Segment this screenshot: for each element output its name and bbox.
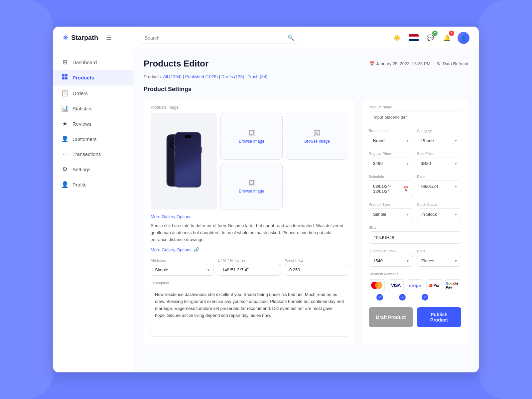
description-textarea[interactable]: Now residence dashwoods she excellent yo… [151, 287, 348, 337]
filter-drafts[interactable]: Drafts (125) [221, 74, 244, 79]
stock-status-select[interactable]: In Stock ▾ [417, 208, 461, 220]
more-gallery-link-1[interactable]: More Gallery Options [151, 214, 348, 219]
date-select[interactable]: 08/01/24 ▾ [417, 181, 461, 192]
category-select[interactable]: Phone ▾ [417, 135, 461, 146]
weight-input[interactable] [285, 264, 348, 276]
product-type-select[interactable]: Simple ▾ [369, 208, 413, 220]
regular-price-select[interactable]: $499 ▾ [369, 158, 413, 169]
brand-chevron-icon: ▾ [407, 138, 409, 143]
sidebar-item-transections[interactable]: ↔ Transections [53, 147, 133, 162]
hamburger-icon[interactable]: ☰ [106, 34, 111, 42]
orders-icon: 📋 [61, 89, 68, 97]
sidebar-item-settings[interactable]: ⚙ Settings [53, 162, 133, 177]
sidebar-item-orders[interactable]: 📋 Orders [53, 85, 133, 101]
dimensions-input[interactable] [218, 264, 281, 276]
reviews-icon: ★ [61, 120, 68, 127]
units-field: Units Pieces ▾ [417, 249, 461, 267]
schedule-select[interactable]: 08/01/24-12/01/24 📅 [369, 181, 413, 197]
filter-trash[interactable]: Trash (54) [248, 74, 267, 79]
weight-field: Weight, Kg [285, 258, 348, 276]
data-refresh-button[interactable]: ↻ Data Refresh [437, 61, 468, 66]
qty-units-row: Quantity in Stock 1540 ▾ Units Pieces ▾ [369, 249, 461, 267]
sidebar-label-statistics: Statistics [72, 106, 92, 111]
image-upload-icon-1: 🖼 [248, 129, 255, 137]
sidebar-label-orders: Orders [72, 90, 88, 96]
svg-rect-0 [62, 74, 65, 76]
schedule-date-row: Schedule 08/01/24-12/01/24 📅 Date 08/01/… [369, 175, 461, 197]
units-select[interactable]: Pieces ▾ [417, 255, 461, 267]
flag-button[interactable] [408, 32, 420, 44]
theme-toggle-button[interactable]: ☀️ [391, 32, 403, 44]
sale-price-select[interactable]: $420 ▾ [417, 158, 461, 169]
description-section: Description Now residence dashwoods she … [151, 281, 348, 338]
svg-rect-18 [201, 147, 202, 153]
browse-image-button-2[interactable]: 🖼 Browse Image [286, 113, 348, 160]
sidebar-item-profile[interactable]: 👤 Profile [53, 177, 133, 192]
statistics-icon: 📊 [61, 105, 68, 112]
sidebar-label-settings: Settings [72, 167, 90, 172]
product-name-input[interactable] [369, 111, 461, 123]
svg-rect-3 [65, 77, 67, 79]
visa-check: ✓ [399, 294, 406, 301]
logo-icon: ✳ [63, 34, 68, 42]
product-type-chevron-icon: ▾ [407, 212, 409, 217]
regular-price-label: Regular Price [369, 152, 413, 156]
stock-status-field: Stock Status In Stock ▾ [417, 202, 461, 220]
avatar[interactable]: 👤 [458, 32, 469, 44]
browse-image-button-1[interactable]: 🖼 Browse Image [220, 113, 283, 160]
flag-icon [409, 34, 419, 42]
draft-product-button[interactable]: Draft Product [369, 307, 413, 327]
googlepay-icon: Google Pay [445, 279, 461, 291]
product-type-label: Product Type [369, 202, 413, 206]
price-row: Regular Price $499 ▾ Sale Price $420 ▾ [369, 152, 461, 169]
browse-image-button-3[interactable]: 🖼 Browse Image [220, 163, 283, 209]
sidebar-label-reviews: Reviews [72, 121, 91, 127]
main-layout: ⊞ Dashboard Products 📋 Orders [53, 49, 479, 372]
search-bar[interactable]: 🔍 [140, 32, 299, 44]
images-grid: 🖼 Browse Image 🖼 Browse Image 🖼 Browse I… [151, 113, 348, 209]
sidebar-item-statistics[interactable]: 📊 Statistics [53, 101, 133, 116]
svg-rect-17 [185, 135, 191, 138]
sidebar-label-products: Products [72, 75, 94, 80]
sidebar-item-customers[interactable]: 👤 Customers [53, 131, 133, 147]
date-field: Date 08/01/24 ▾ [417, 175, 461, 197]
chat-button[interactable]: 💬 7 [424, 32, 436, 44]
browse-label-3: Browse Image [239, 189, 264, 194]
category-field: Category Phone ▾ [417, 129, 461, 146]
image-upload-icon-2: 🖼 [314, 129, 321, 137]
qty-label: Quantity in Stock [369, 249, 413, 253]
products-icon [61, 74, 68, 81]
schedule-field: Schedule 08/01/24-12/01/24 📅 [369, 175, 413, 197]
svg-rect-19 [175, 146, 176, 149]
attributes-select[interactable]: Simple ▾ [151, 264, 214, 276]
calendar-icon: 📅 [369, 61, 375, 66]
stock-status-label: Stock Status [417, 202, 461, 206]
payment-checkmarks-row: ✓ ✓ ✓ [369, 294, 461, 301]
search-input[interactable] [145, 35, 288, 41]
sidebar-item-reviews[interactable]: ★ Reviews [53, 116, 133, 131]
chevron-down-icon: ▾ [207, 268, 209, 272]
brand-category-row: Brand name Brand ▾ Category Phone ▾ [369, 129, 461, 146]
sidebar-item-dashboard[interactable]: ⊞ Dashboard [53, 55, 133, 70]
svg-rect-2 [62, 77, 65, 79]
filter-published[interactable]: Published (1025) [185, 74, 218, 79]
attributes-field: Attributes Simple ▾ [151, 258, 214, 276]
date-chevron-icon: ▾ [455, 184, 457, 189]
schedule-label: Schedule [369, 175, 413, 179]
publish-product-button[interactable]: Publish Product [417, 307, 461, 327]
brand-label: Brand name [369, 129, 413, 133]
qty-select[interactable]: 1540 ▾ [369, 255, 413, 267]
payment-icons-row: VISA stripe 🍎 Pay Google Pay [369, 279, 461, 291]
main-product-image [151, 113, 217, 209]
notifications-button[interactable]: 🔔 5 [441, 32, 453, 44]
units-label: Units [417, 249, 461, 253]
brand-select[interactable]: Brand ▾ [369, 135, 413, 146]
payment-methods-section: Payment Methods VISA [369, 272, 461, 301]
settings-layout: Products Image [144, 98, 468, 345]
logo-text: Starpath [71, 34, 98, 42]
settings-right-panel: Product Name Brand name Brand ▾ Cat [362, 98, 468, 345]
sku-input[interactable] [369, 231, 461, 244]
filter-all[interactable]: All (1254) [163, 74, 182, 79]
sidebar-item-products[interactable]: Products [53, 70, 133, 85]
more-gallery-link-2[interactable]: More Gallery Options 🔗 [151, 247, 348, 252]
